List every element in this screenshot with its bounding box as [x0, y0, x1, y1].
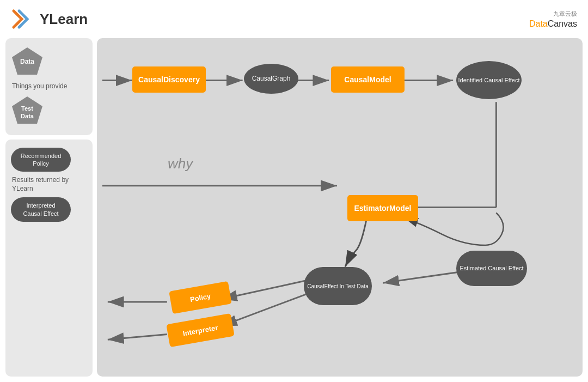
- sidebar-top-box: Data Things you provide Test Data: [5, 38, 93, 135]
- header: YLearn 九章云极 DataCanvas: [0, 0, 588, 38]
- interpreter-box: Interpreter: [166, 313, 234, 347]
- causal-graph-oval: CausalGraph: [244, 64, 298, 94]
- estimated-causal-effect-oval: Estimated Causal Effect: [456, 251, 527, 286]
- things-you-provide-label: Things you provide: [11, 82, 67, 91]
- data-pentagon: Data: [11, 46, 44, 78]
- left-sidebar: Data Things you provide Test Data Recomm…: [5, 38, 93, 377]
- ylearn-logo: YLearn: [11, 8, 88, 30]
- causal-effect-test-oval: CausalEffect In Test Data: [304, 267, 372, 305]
- svg-line-15: [221, 280, 308, 299]
- results-returned-label: Results returned by YLearn: [11, 176, 87, 193]
- datacanvas-brand: DataCanvas: [529, 19, 577, 29]
- svg-text:Data: Data: [20, 58, 34, 65]
- datacanvas-logo: 九章云极 DataCanvas: [529, 10, 577, 29]
- ylearn-title: YLearn: [40, 11, 88, 28]
- datacanvas-data-text: Data: [529, 19, 548, 28]
- causal-model-box: CausalModel: [331, 66, 405, 93]
- data-item: Data: [11, 46, 44, 78]
- interpreted-causal-effect-oval: InterpretedCausal Effect: [11, 197, 71, 222]
- sidebar-bottom-box: RecommendedPolicy Results returned by YL…: [5, 140, 93, 377]
- test-data-item: Test Data: [11, 95, 44, 127]
- svg-line-18: [108, 334, 167, 339]
- main-area: Data Things you provide Test Data Recomm…: [0, 38, 588, 382]
- estimator-model-box: EstimatorModel: [347, 195, 418, 221]
- ylearn-logo-icon: [11, 8, 35, 30]
- svg-line-16: [221, 294, 308, 326]
- identified-causal-effect-oval: Identified Causal Effect: [456, 61, 522, 99]
- policy-box: Policy: [169, 281, 232, 314]
- why-label: why: [168, 155, 193, 172]
- svg-text:Data: Data: [21, 113, 34, 119]
- jiuzhang-label: 九章云极: [553, 10, 577, 18]
- svg-text:Test: Test: [21, 105, 33, 112]
- datacanvas-canvas-text: Canvas: [548, 19, 577, 28]
- test-data-pentagon: Test Data: [11, 95, 44, 127]
- causal-discovery-box: CausalDiscovery: [132, 66, 206, 93]
- recommended-policy-oval: RecommendedPolicy: [11, 148, 71, 172]
- diagram-area: why CausalDiscovery CausalGraph CausalMo…: [97, 38, 583, 377]
